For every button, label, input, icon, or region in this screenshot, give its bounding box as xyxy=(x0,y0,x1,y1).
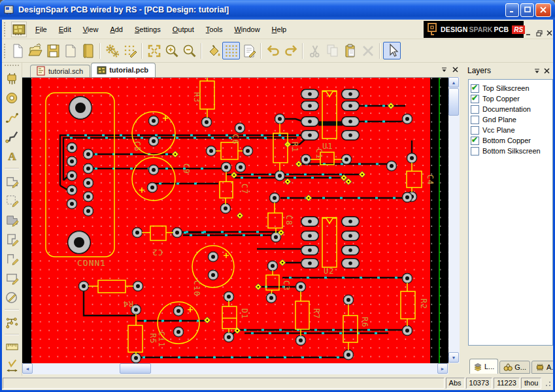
zoom-out-button[interactable] xyxy=(180,42,198,59)
new-button[interactable] xyxy=(8,42,26,59)
cut-button[interactable] xyxy=(306,42,324,59)
panel-tab-component-chip[interactable]: A... xyxy=(531,361,555,374)
dip-pad xyxy=(348,220,352,223)
save-button[interactable] xyxy=(44,42,61,59)
tool-net-button[interactable] xyxy=(3,314,21,331)
tool-dimension-button[interactable] xyxy=(3,357,21,374)
component-icon xyxy=(5,71,20,86)
design-technology-button[interactable] xyxy=(103,42,121,59)
pad xyxy=(269,296,273,300)
menu-item-file[interactable]: File xyxy=(29,24,53,35)
library-button[interactable] xyxy=(79,42,97,59)
tool-shape-closed-button[interactable] xyxy=(3,231,21,248)
scroll-right-icon[interactable]: ► xyxy=(437,363,448,374)
toolbar-grip[interactable] xyxy=(4,22,7,37)
layer-row-top-copper[interactable]: ✔Top Copper xyxy=(471,93,550,104)
view-all-button[interactable] xyxy=(145,42,163,59)
scroll-down-icon[interactable]: ▼ xyxy=(448,352,459,363)
redo-button[interactable] xyxy=(282,42,299,59)
tab-tutorial-pcb[interactable]: tutorial.pcb xyxy=(91,63,156,77)
pad xyxy=(70,188,74,192)
toolbar-separator xyxy=(99,43,101,59)
resize-grip[interactable] xyxy=(543,378,552,387)
vertical-scrollbar[interactable]: ▲ ▼ xyxy=(448,77,460,363)
maximize-button[interactable] xyxy=(520,3,534,17)
design-rule-check-button[interactable] xyxy=(240,42,258,59)
mdi-minimize-button[interactable] xyxy=(524,29,533,37)
panel-tab-binoculars[interactable]: G... xyxy=(499,361,530,374)
tool-shape-circle-button[interactable] xyxy=(3,289,21,306)
menu-item-view[interactable]: View xyxy=(77,24,105,35)
tool-shape-polygon-button[interactable] xyxy=(3,172,21,189)
close-design-button[interactable] xyxy=(61,42,79,59)
layer-row-documentation[interactable]: Documentation xyxy=(471,104,550,114)
tab-tutorial-sch[interactable]: tutorial.sch xyxy=(30,65,90,77)
horizontal-scrollbar[interactable]: ◄ ► xyxy=(22,363,448,374)
brand-design: DESIGN xyxy=(441,25,467,33)
delete-button[interactable] xyxy=(359,42,377,59)
pcb-canvas[interactable]: CONN1R3C5C9C6C7C8C1R1U1C4C2C10R4C11R5D1C… xyxy=(22,77,448,363)
horizontal-scroll-thumb[interactable] xyxy=(120,363,151,374)
document-tab-bar: tutorial.schtutorial.pcb xyxy=(22,63,460,77)
status-coord-mode: Abs xyxy=(446,378,465,389)
tool-shape-open-button[interactable] xyxy=(3,250,21,267)
layer-row-vcc-plane[interactable]: Vcc Plane xyxy=(471,125,550,135)
copy-button[interactable] xyxy=(324,42,341,59)
panel-splitter[interactable] xyxy=(460,63,465,376)
menu-item-help[interactable]: Help xyxy=(266,24,293,35)
pad xyxy=(405,329,409,333)
layer-row-gnd-plane[interactable]: Gnd Plane xyxy=(471,114,550,125)
tool-measure-button[interactable] xyxy=(3,338,21,355)
menu-item-window[interactable]: Window xyxy=(228,24,265,35)
layer-checkbox[interactable]: ✔ xyxy=(471,95,479,103)
layer-checkbox[interactable]: ✔ xyxy=(471,137,479,145)
menu-item-settings[interactable]: Settings xyxy=(129,24,167,35)
tool-text-button[interactable]: A xyxy=(3,148,21,165)
menu-item-add[interactable]: Add xyxy=(104,24,129,35)
layer-checkbox[interactable]: ✔ xyxy=(471,84,479,93)
menu-item-tools[interactable]: Tools xyxy=(200,24,229,35)
tool-track-button[interactable] xyxy=(3,129,21,146)
layer-row-bottom-silkscreen[interactable]: Bottom Silkscreen xyxy=(471,146,550,156)
zoom-in-button[interactable] xyxy=(163,42,180,59)
tool-component-button[interactable] xyxy=(3,71,21,88)
menu-item-output[interactable]: Output xyxy=(167,24,200,35)
toolbar-separator xyxy=(141,43,143,59)
zoom-out-icon xyxy=(182,43,197,59)
menu-item-edit[interactable]: Edit xyxy=(53,24,77,35)
panel-dropdown-icon[interactable] xyxy=(532,66,542,76)
minimize-button[interactable] xyxy=(505,3,519,17)
scroll-left-icon[interactable]: ◄ xyxy=(22,363,33,374)
close-button[interactable] xyxy=(535,3,551,17)
scroll-up-icon[interactable]: ▲ xyxy=(448,77,459,88)
tool-shape-filled-button[interactable] xyxy=(3,212,21,229)
layer-row-bottom-copper[interactable]: ✔Bottom Copper xyxy=(471,135,550,146)
layer-row-top-silkscreen[interactable]: ✔Top Silkscreen xyxy=(471,83,550,93)
vertical-scroll-thumb[interactable] xyxy=(448,88,459,116)
dip-pad xyxy=(348,234,352,238)
tool-shape-dashed-button[interactable] xyxy=(3,192,21,209)
paste-button[interactable] xyxy=(341,42,359,59)
grid-button[interactable] xyxy=(222,42,240,59)
doc-list-dropdown-icon[interactable] xyxy=(439,65,449,74)
layer-checkbox[interactable] xyxy=(471,126,479,135)
document-system-icon[interactable] xyxy=(11,22,27,37)
toolbar-grip[interactable] xyxy=(4,44,7,58)
layer-checkbox[interactable] xyxy=(471,105,479,114)
open-button[interactable] xyxy=(26,42,44,59)
grid-style-button[interactable] xyxy=(121,42,139,59)
select-button[interactable] xyxy=(383,42,401,59)
tool-shape-rectangle-button[interactable] xyxy=(3,270,21,287)
layer-checkbox[interactable] xyxy=(471,147,479,155)
mdi-restore-button[interactable] xyxy=(534,29,544,37)
undo-button[interactable] xyxy=(264,42,282,59)
layer-checkbox[interactable] xyxy=(471,116,479,124)
panel-close-icon[interactable] xyxy=(542,66,552,76)
toolbar-grip[interactable] xyxy=(5,65,19,67)
panel-tab-layers-stack[interactable]: L... xyxy=(469,359,498,374)
pad xyxy=(299,285,303,289)
tool-connection-button[interactable] xyxy=(3,109,21,126)
colors-button[interactable] xyxy=(205,42,222,59)
tool-pad-button[interactable] xyxy=(3,90,21,107)
close-document-icon[interactable] xyxy=(450,65,460,74)
